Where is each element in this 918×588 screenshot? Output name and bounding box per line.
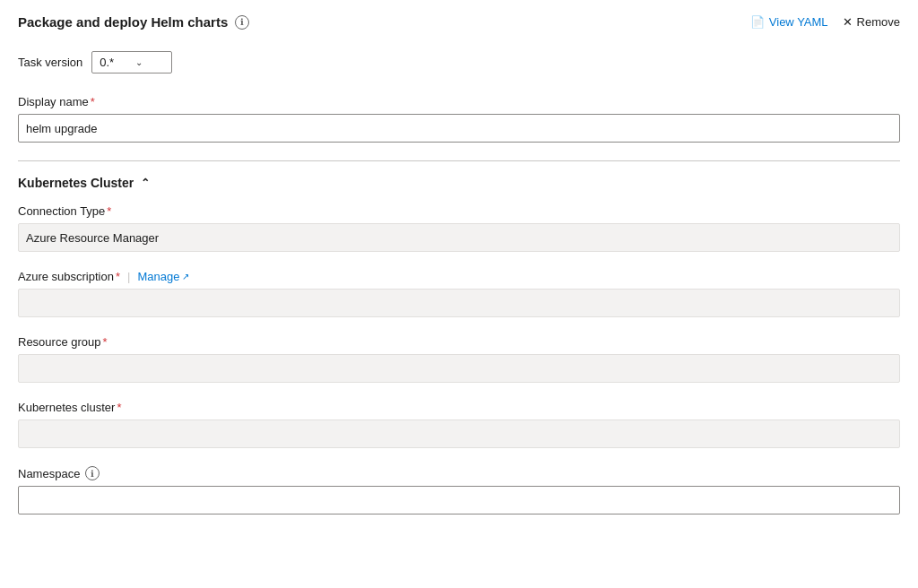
azure-subscription-section: Azure subscription* | Manage ↗ [18, 270, 900, 317]
task-version-select[interactable]: 0.* ⌄ [91, 51, 172, 74]
page-title: Package and deploy Helm charts [18, 14, 228, 30]
namespace-info-icon[interactable]: ℹ [85, 466, 100, 480]
kubernetes-cluster-field-section: Kubernetes cluster* [18, 401, 900, 448]
resource-group-section: Resource group* [18, 335, 900, 383]
azure-subscription-dropdown[interactable] [18, 289, 900, 317]
view-yaml-label: View YAML [769, 15, 828, 29]
remove-button[interactable]: ✕ Remove [843, 15, 900, 29]
manage-link[interactable]: Manage ↗ [137, 270, 189, 283]
connection-type-dropdown[interactable]: Azure Resource Manager [18, 223, 900, 252]
resource-group-dropdown[interactable] [18, 354, 900, 383]
manage-label: Manage [137, 270, 179, 283]
close-icon: ✕ [843, 15, 853, 29]
kubernetes-cluster-field-label: Kubernetes cluster* [18, 401, 900, 414]
version-select-value: 0.* [100, 56, 114, 69]
namespace-section: Namespace ℹ [18, 466, 900, 514]
kubernetes-cluster-section: Kubernetes Cluster ⌃ Connection Type* Az… [18, 176, 900, 514]
azure-subscription-label-row: Azure subscription* | Manage ↗ [18, 270, 900, 283]
display-name-section: Display name* [18, 95, 900, 143]
display-name-input[interactable] [18, 114, 900, 143]
namespace-label: Namespace [18, 467, 80, 480]
label-divider: | [127, 270, 130, 283]
kubernetes-cluster-heading: Kubernetes Cluster ⌃ [18, 176, 900, 190]
header-actions: 📄 View YAML ✕ Remove [750, 15, 900, 29]
resource-group-label: Resource group* [18, 335, 900, 349]
collapse-icon[interactable]: ⌃ [141, 177, 150, 189]
view-yaml-button[interactable]: 📄 View YAML [750, 15, 828, 29]
page-container: Package and deploy Helm charts ℹ 📄 View … [0, 0, 918, 547]
connection-type-label: Connection Type* [18, 204, 900, 218]
connection-type-value: Azure Resource Manager [26, 231, 159, 245]
chevron-down-icon: ⌄ [135, 57, 143, 67]
namespace-label-row: Namespace ℹ [18, 466, 900, 480]
kubernetes-cluster-label: Kubernetes Cluster [18, 176, 134, 190]
connection-type-section: Connection Type* Azure Resource Manager [18, 204, 900, 252]
display-name-label: Display name* [18, 95, 900, 108]
page-title-area: Package and deploy Helm charts ℹ [18, 14, 249, 30]
task-version-label: Task version [18, 56, 82, 69]
azure-subscription-label: Azure subscription* [18, 270, 120, 283]
page-header: Package and deploy Helm charts ℹ 📄 View … [18, 14, 900, 30]
remove-label: Remove [857, 15, 900, 29]
section-divider [18, 160, 900, 161]
yaml-icon: 📄 [750, 15, 765, 29]
task-version-row: Task version 0.* ⌄ [18, 51, 900, 74]
kubernetes-cluster-dropdown[interactable] [18, 419, 900, 448]
title-info-icon[interactable]: ℹ [235, 15, 249, 30]
external-link-icon: ↗ [182, 272, 189, 281]
namespace-input[interactable] [18, 486, 900, 514]
